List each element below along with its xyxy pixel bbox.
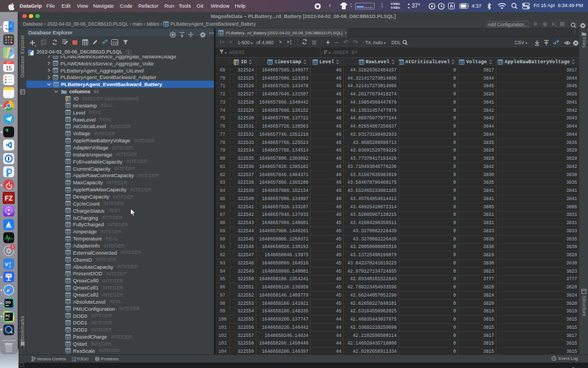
svg-text:c: c	[9, 264, 11, 268]
svg-text:$█: $█	[5, 128, 8, 132]
svg-text:SQL: SQL	[112, 41, 118, 44]
svg-text:APR: APR	[7, 62, 11, 64]
svg-text:15: 15	[5, 65, 12, 71]
svg-text:1: 1	[11, 245, 14, 249]
svg-text:FZ: FZ	[5, 195, 13, 202]
svg-text:V: V	[5, 262, 8, 267]
svg-text:PC: PC	[5, 314, 10, 318]
svg-text:DG: DG	[5, 300, 11, 304]
